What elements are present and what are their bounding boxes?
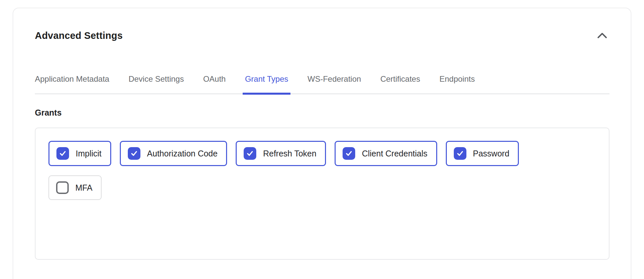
checkmark-icon bbox=[345, 149, 353, 157]
grant-checkbox-implicit[interactable]: Implicit bbox=[48, 141, 111, 166]
grant-checkbox-password[interactable]: Password bbox=[446, 141, 519, 166]
checkbox-icon bbox=[244, 147, 256, 160]
grant-checkbox-authorization-code[interactable]: Authorization Code bbox=[120, 141, 227, 166]
settings-tabs: Application Metadata Device Settings OAu… bbox=[35, 74, 609, 94]
checkmark-icon bbox=[246, 149, 254, 157]
tab-oauth[interactable]: OAuth bbox=[203, 74, 226, 93]
checkbox-icon bbox=[128, 147, 140, 160]
tab-grant-types[interactable]: Grant Types bbox=[245, 74, 288, 93]
tab-ws-federation[interactable]: WS-Federation bbox=[307, 74, 361, 93]
grant-label: Password bbox=[473, 148, 510, 158]
tab-application-metadata[interactable]: Application Metadata bbox=[35, 74, 109, 93]
tab-certificates[interactable]: Certificates bbox=[380, 74, 420, 93]
grants-section-heading: Grants bbox=[35, 108, 609, 118]
grants-row-2: MFA bbox=[48, 175, 596, 200]
checkbox-icon bbox=[56, 181, 69, 194]
tab-endpoints[interactable]: Endpoints bbox=[440, 74, 475, 93]
checkmark-icon bbox=[59, 149, 67, 157]
grant-checkbox-mfa[interactable]: MFA bbox=[48, 175, 102, 200]
advanced-settings-panel: Advanced Settings Application Metadata D… bbox=[13, 8, 631, 279]
tab-device-settings[interactable]: Device Settings bbox=[128, 74, 184, 93]
chevron-up-icon bbox=[596, 32, 608, 40]
checkmark-icon bbox=[130, 149, 138, 157]
collapse-button[interactable] bbox=[595, 30, 609, 42]
grant-checkbox-client-credentials[interactable]: Client Credentials bbox=[335, 141, 437, 166]
grant-label: Refresh Token bbox=[263, 148, 316, 158]
checkbox-icon bbox=[343, 147, 355, 160]
grant-label: Client Credentials bbox=[362, 148, 427, 158]
panel-header: Advanced Settings bbox=[35, 29, 609, 42]
checkmark-icon bbox=[456, 149, 464, 157]
grants-row-1: Implicit Authorization Code Refresh Toke… bbox=[48, 141, 596, 166]
grant-checkbox-refresh-token[interactable]: Refresh Token bbox=[236, 141, 326, 166]
grant-label: Authorization Code bbox=[147, 148, 218, 158]
grant-label: Implicit bbox=[76, 148, 102, 158]
checkbox-icon bbox=[56, 147, 69, 160]
grant-label: MFA bbox=[75, 183, 92, 193]
grants-box: Implicit Authorization Code Refresh Toke… bbox=[35, 128, 609, 260]
page-title: Advanced Settings bbox=[35, 30, 122, 41]
checkbox-icon bbox=[454, 147, 466, 160]
